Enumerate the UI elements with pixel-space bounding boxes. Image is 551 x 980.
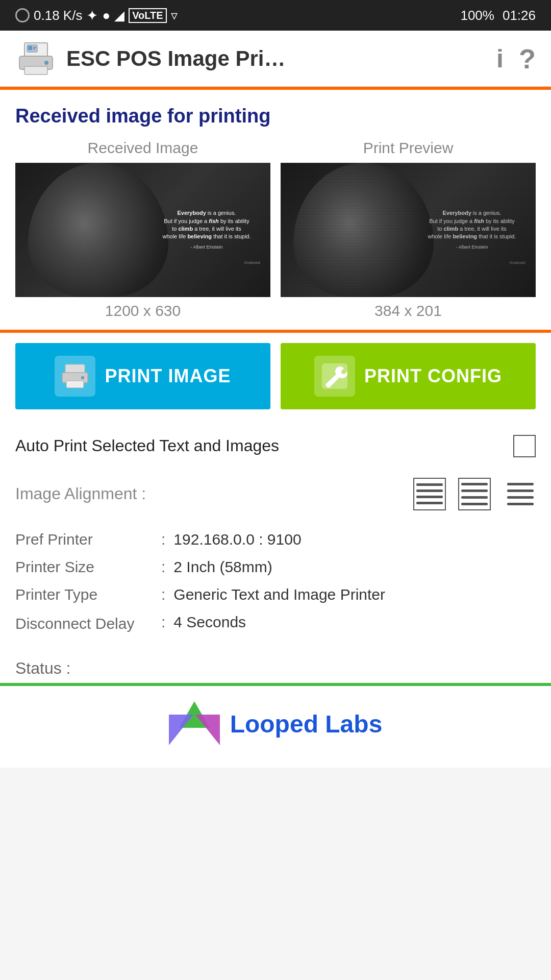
- printer-app-icon: [17, 42, 55, 75]
- help-button[interactable]: ?: [519, 43, 536, 75]
- wrench-icon: [321, 362, 348, 390]
- received-image-container: Everybody is a genius.But if you judge a…: [15, 163, 270, 297]
- svg-rect-3: [33, 47, 36, 48]
- status-bar-left: 0.18 K/s ✦ ● ◢ VoLTE ▿: [15, 7, 178, 24]
- received-image-panel: Received Image Everybody is a genius.But…: [15, 139, 270, 320]
- printer-size-row: Printer Size : 2 Inch (58mm): [15, 553, 536, 581]
- auto-print-label: Auto Print Selected Text and Images: [15, 436, 503, 455]
- print-preview-label: Print Preview: [363, 139, 454, 157]
- disconnect-delay-colon: :: [161, 614, 165, 631]
- main-content: Received image for printing Received Ima…: [0, 90, 551, 686]
- print-preview-panel: Print Preview Everybody is a genius.But …: [281, 139, 536, 320]
- pref-printer-val: 192.168.0.0 : 9100: [173, 531, 536, 548]
- print-image-button[interactable]: PRINT IMAGE: [15, 343, 270, 409]
- align-center-button[interactable]: [458, 478, 491, 510]
- clock: 01:26: [503, 8, 536, 23]
- footer-brand-name: Looped Labs: [230, 710, 383, 738]
- svg-point-10: [81, 376, 84, 379]
- print-preview-dimensions: 384 x 201: [374, 302, 442, 320]
- print-preview-container: Everybody is a genius.But if you judge a…: [281, 163, 536, 297]
- app-header: ESC POS Image Pri… i ?: [0, 31, 551, 87]
- section-title: Received image for printing: [15, 105, 536, 127]
- quote-overlay: Everybody is a genius.But if you judge a…: [153, 209, 260, 250]
- status-label: Status :: [15, 659, 71, 677]
- printer-size-key: Printer Size: [15, 558, 153, 576]
- info-icon: i: [496, 44, 504, 73]
- svg-rect-2: [28, 46, 32, 50]
- print-config-button[interactable]: PRINT CONFIG: [281, 343, 536, 409]
- action-buttons: PRINT IMAGE PRINT CONFIG: [15, 333, 536, 420]
- printer-size-val: 2 Inch (58mm): [173, 558, 536, 576]
- pref-printer-key: Pref Printer: [15, 531, 153, 548]
- received-image-dimensions: 1200 x 630: [105, 302, 181, 320]
- received-image-placeholder: Everybody is a genius.But if you judge a…: [15, 163, 270, 297]
- printer-type-val: Generic Text and Image Printer: [173, 586, 536, 603]
- print-config-icon-wrap: [314, 356, 355, 397]
- print-config-label: PRINT CONFIG: [364, 365, 502, 387]
- network-speed: 0.18 K/s: [34, 8, 82, 23]
- auto-print-checkbox[interactable]: [513, 435, 536, 457]
- printer-type-colon: :: [161, 586, 165, 603]
- received-image-label: Received Image: [88, 139, 198, 157]
- app-icon-wrap: [15, 41, 56, 77]
- signal-icon: ▿: [171, 8, 178, 23]
- disconnect-delay-val: 4 Seconds: [173, 614, 536, 631]
- print-image-icon-wrap: [55, 356, 95, 397]
- logo-purple-triangle: [195, 715, 220, 745]
- svg-rect-7: [24, 66, 47, 75]
- print-image-label: PRINT IMAGE: [105, 365, 231, 387]
- print-preview-quote: Everybody is a genius.But if you judge a…: [418, 209, 525, 250]
- status-row: Status :: [15, 649, 536, 683]
- status-bar: 0.18 K/s ✦ ● ◢ VoLTE ▿ 100% 01:26: [0, 0, 551, 31]
- app-title: ESC POS Image Pri…: [66, 46, 486, 71]
- looped-labs-logo: [169, 701, 220, 747]
- print-image-icon: [61, 363, 89, 389]
- pref-printer-row: Pref Printer : 192.168.0.0 : 9100: [15, 526, 536, 553]
- image-row: Received Image Everybody is a genius.But…: [15, 139, 536, 320]
- printer-size-colon: :: [161, 558, 165, 576]
- printer-type-key: Printer Type: [15, 586, 153, 603]
- help-icon: ?: [519, 43, 536, 74]
- status-bar-right: 100% 01:26: [460, 8, 536, 23]
- svg-rect-11: [66, 381, 84, 388]
- disconnect-delay-key: Disconnect Delay: [15, 614, 153, 633]
- alignment-icons: [413, 478, 536, 510]
- auto-print-row: Auto Print Selected Text and Images: [15, 420, 536, 462]
- bluetooth-icon: ✦: [86, 7, 98, 24]
- wifi-icon: ◢: [114, 8, 124, 23]
- svg-point-6: [44, 61, 48, 65]
- footer: Looped Labs: [0, 686, 551, 768]
- alignment-row: Image Alignment :: [15, 462, 536, 516]
- align-left-button[interactable]: [413, 478, 446, 510]
- print-preview-placeholder: Everybody is a genius.But if you judge a…: [281, 163, 536, 297]
- info-section: Pref Printer : 192.168.0.0 : 9100 Printe…: [15, 516, 536, 649]
- info-button[interactable]: i: [496, 44, 504, 74]
- logo-blue-triangle: [169, 715, 193, 745]
- alignment-label: Image Alignment :: [15, 484, 403, 503]
- battery-percent: 100%: [460, 8, 494, 23]
- volte-badge: VoLTE: [129, 8, 166, 23]
- pref-printer-colon: :: [161, 531, 165, 548]
- disconnect-delay-row: Disconnect Delay : 4 Seconds: [15, 608, 536, 639]
- align-right-button[interactable]: [503, 478, 536, 510]
- header-actions: i ?: [496, 43, 536, 75]
- svg-rect-4: [33, 48, 35, 50]
- alarm-icon: ●: [102, 8, 110, 23]
- status-indicator: [15, 8, 30, 22]
- printer-type-row: Printer Type : Generic Text and Image Pr…: [15, 581, 536, 608]
